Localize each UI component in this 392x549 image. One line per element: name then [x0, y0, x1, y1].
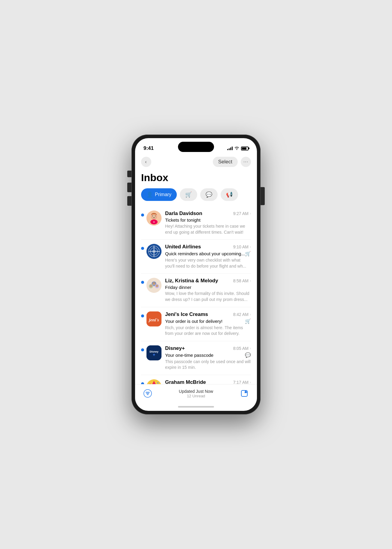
email-subject: Your order is out for delivery! 🛒 [165, 318, 251, 324]
back-chevron-icon: ‹ [145, 159, 146, 165]
shopping-category-icon-2: 🛒 [245, 318, 251, 324]
email-meta: 7:17 AM › [233, 380, 251, 384]
svg-text:+: + [153, 352, 155, 357]
chevron-right-icon: › [250, 211, 251, 216]
svg-point-21 [156, 285, 158, 287]
email-subject: Tickets for tonight [165, 217, 251, 223]
email-meta: 9:27 AM › [233, 211, 251, 216]
chevron-right-icon: › [250, 279, 251, 283]
email-body-3: Liz, Kristina & Melody 8:58 AM › Friday … [165, 278, 251, 302]
avatar-darla: ♥ [146, 211, 161, 226]
home-indicator [135, 402, 257, 411]
email-body-6: Graham McBride 7:17 AM › Tell us if you … [165, 379, 251, 384]
avatar-disney: Disney + [146, 345, 161, 360]
signal-icon [227, 147, 233, 150]
unread-dot [141, 281, 144, 284]
volume-down-button[interactable] [127, 196, 131, 206]
compose-button[interactable] [239, 388, 250, 399]
svg-text:♥: ♥ [153, 221, 155, 223]
email-subject: Quick reminders about your upcoming... 🛒 [165, 251, 251, 256]
tab-primary-label: Primary [155, 192, 171, 197]
more-button[interactable]: ··· [241, 157, 251, 167]
email-preview: Hey! Attaching your tickets here in case… [165, 223, 251, 235]
email-time: 8:58 AM [233, 278, 249, 283]
phone-screen: 9:41 [135, 138, 257, 411]
unread-dot [141, 314, 144, 317]
svg-point-17 [155, 283, 155, 283]
inbox-title: Inbox [141, 169, 251, 188]
shopping-icon: 🛒 [185, 191, 192, 198]
avatar-graham [146, 379, 161, 384]
sender-name: United Airlines [165, 244, 201, 250]
avatar-group [146, 278, 161, 293]
email-item-6[interactable]: Graham McBride 7:17 AM › Tell us if you … [141, 375, 251, 384]
svg-point-19 [150, 285, 152, 287]
email-item-2[interactable]: United Airlines 9:10 AM › Quick reminder… [141, 240, 251, 274]
svg-point-2 [152, 214, 156, 219]
phone-frame: 9:41 [131, 135, 261, 414]
person-icon: 👤 [146, 191, 153, 198]
chevron-right-icon: › [250, 346, 251, 350]
battery-icon [241, 147, 249, 150]
chevron-right-icon: › [250, 312, 251, 317]
filter-tabs: 👤 Primary 🛒 💬 📢 [141, 188, 251, 201]
status-icons [227, 146, 249, 151]
email-meta: 8:42 AM › [233, 312, 251, 317]
email-time: 8:42 AM [233, 312, 249, 317]
unread-count: 12 Unread [187, 394, 205, 398]
email-subject: Your one-time passcode 💬 [165, 352, 251, 358]
tab-messages[interactable]: 💬 [200, 188, 218, 201]
status-time: 9:41 [143, 145, 154, 151]
tab-shopping[interactable]: 🛒 [180, 188, 197, 201]
email-meta: 8:58 AM › [233, 278, 251, 283]
select-button[interactable]: Select [213, 157, 238, 167]
bottom-bar: Updated Just Now 12 Unread [135, 384, 257, 402]
email-item-4[interactable]: jeni's Jeni's Ice Creams 8:42 AM › Y [141, 307, 251, 341]
chevron-right-icon: › [250, 245, 251, 249]
update-info: Updated Just Now 12 Unread [179, 389, 213, 398]
email-time: 9:27 AM [233, 211, 249, 216]
tab-primary[interactable]: 👤 Primary [141, 188, 177, 201]
email-time: 9:10 AM [233, 244, 249, 249]
home-bar [178, 406, 214, 408]
email-subject: Friday dinner [165, 285, 251, 290]
email-preview: This passcode can only be used once and … [165, 359, 251, 371]
sender-name: Disney+ [165, 345, 185, 351]
volume-up-button[interactable] [127, 183, 131, 192]
avatar-united [146, 244, 161, 259]
email-meta: 8:05 AM › [233, 346, 251, 351]
mute-button[interactable] [127, 171, 131, 177]
unread-dot [141, 214, 144, 217]
svg-point-3 [152, 216, 153, 217]
email-preview: Wow, I love the formality of this invite… [165, 291, 251, 302]
power-button[interactable] [261, 187, 265, 205]
unread-dot [141, 382, 144, 384]
sender-name: Graham McBride [165, 379, 206, 384]
content-area: Inbox 👤 Primary 🛒 💬 📢 [135, 169, 257, 384]
sender-name: Liz, Kristina & Melody [165, 278, 218, 284]
email-item-1[interactable]: ♥ Darla Davidson 9:27 AM › Tickets f [141, 206, 251, 240]
tab-promotions[interactable]: 📢 [221, 188, 238, 201]
nav-right: Select ··· [213, 157, 251, 167]
email-time: 7:17 AM [233, 380, 249, 384]
email-preview: Here's your very own checklist with what… [165, 257, 251, 269]
nav-bar: ‹ Select ··· [135, 154, 257, 169]
update-title: Updated Just Now [179, 389, 213, 394]
svg-point-15 [152, 282, 155, 285]
sender-name: Jeni's Ice Creams [165, 311, 208, 317]
email-preview: Rich, your order is almost here. The ite… [165, 325, 251, 337]
message-category-icon: 💬 [245, 352, 251, 358]
messages-icon: 💬 [206, 191, 212, 198]
email-item-3[interactable]: Liz, Kristina & Melody 8:58 AM › Friday … [141, 274, 251, 307]
back-button[interactable]: ‹ [141, 157, 151, 167]
wifi-icon [234, 146, 239, 151]
email-time: 8:05 AM [233, 346, 249, 351]
svg-text:jeni's: jeni's [148, 317, 159, 322]
filter-button[interactable] [142, 388, 153, 399]
chevron-right-icon: › [250, 380, 251, 384]
email-item-5[interactable]: Disney + Disney+ 8:05 AM › [141, 341, 251, 375]
dynamic-island [178, 142, 214, 152]
unread-dot [141, 348, 144, 351]
email-list: ♥ Darla Davidson 9:27 AM › Tickets f [141, 206, 251, 384]
svg-point-4 [155, 216, 156, 217]
